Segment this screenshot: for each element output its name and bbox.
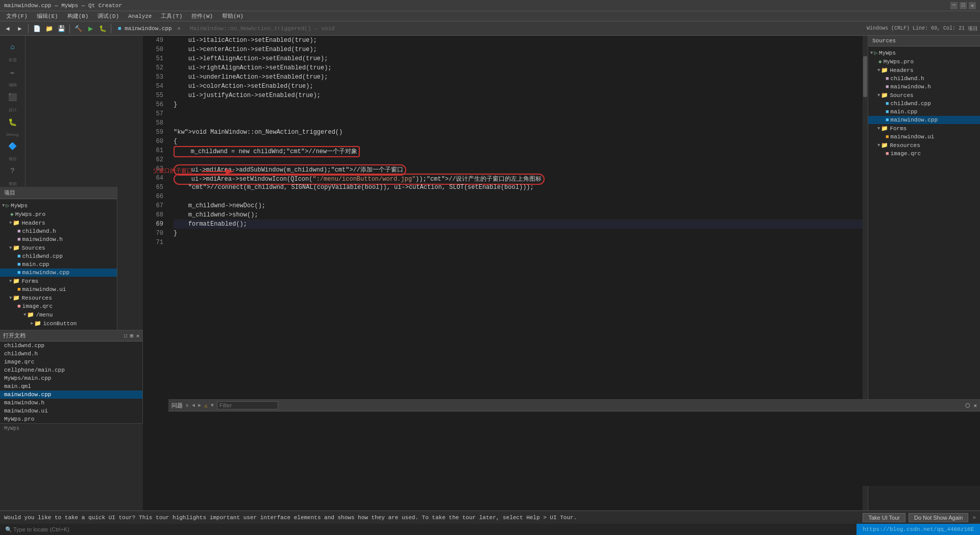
code-line[interactable]: ui->italicAction->setEnabled(true); (174, 36, 863, 45)
issues-filter-icon[interactable]: ▼ (211, 403, 214, 408)
code-line[interactable]: ui->colorAction->setEnabled(true); (174, 82, 863, 91)
code-line[interactable] (174, 192, 863, 201)
tree-item[interactable]: ▼📁Resources (868, 141, 980, 150)
tree-item[interactable]: ■mainwindow.h (0, 235, 117, 244)
new-file-button[interactable]: 📄 (31, 23, 42, 34)
issues-nav-prev[interactable]: ◄ (192, 403, 195, 408)
menu-item-analyze[interactable]: Analyze (124, 12, 156, 20)
menu-item-t[interactable]: 工具(T) (157, 11, 186, 21)
menu-item-e[interactable]: 编辑(E) (33, 11, 62, 21)
code-line[interactable]: ui->underlineAction->setEnabled(true); (174, 72, 863, 82)
open-doc-item[interactable]: childwnd.h (0, 350, 142, 358)
project-icon[interactable]: 🔷 (4, 137, 22, 155)
tree-item[interactable]: ■childwnd.h (868, 75, 980, 83)
tree-item[interactable]: ■childwnd.cpp (0, 252, 117, 260)
tree-item[interactable]: ■main.cpp (868, 108, 980, 116)
open-doc-item[interactable]: image.qrc (0, 358, 142, 366)
status-url[interactable]: https://blog.csdn.net/qq_4466z16E (856, 526, 980, 532)
code-line[interactable] (174, 109, 863, 118)
menu-item-b[interactable]: 构建(B) (63, 11, 93, 21)
menu-item-f[interactable]: 文件(F) (2, 11, 32, 21)
code-line[interactable]: ui->mdiArea->addSubWindow(m_childwnd);"c… (174, 164, 863, 174)
tree-item[interactable]: ▼📁Headers (868, 66, 980, 75)
menu-item-d[interactable]: 调试(D) (93, 11, 123, 21)
file-tab[interactable]: ■ mainwindow.cpp ✕ (114, 24, 185, 33)
scrollbar-thumb[interactable] (863, 56, 867, 97)
tree-item[interactable]: ▼📁/menu (0, 310, 117, 319)
code-line[interactable]: } (174, 229, 863, 238)
tree-item[interactable]: ▼📁Sources (0, 244, 117, 252)
save-button[interactable]: 💾 (56, 23, 67, 34)
tree-item[interactable]: ▼📁Headers (0, 218, 117, 227)
open-doc-item[interactable]: cellphone/main.cpp (0, 366, 142, 374)
code-line[interactable]: m_childwnd->newDoc(); (174, 201, 863, 210)
tree-item[interactable]: ▼📁Resources (0, 294, 117, 302)
open-doc-item[interactable]: main.qml (0, 382, 142, 391)
issues-filter-input[interactable] (217, 401, 278, 409)
tree-item[interactable]: ■image.qrc (868, 150, 980, 158)
code-line[interactable]: } (174, 100, 863, 109)
open-doc-item[interactable]: mainwindow.ui (0, 407, 142, 415)
locate-input[interactable] (13, 526, 85, 532)
tree-item[interactable]: ■mainwindow.cpp (0, 269, 117, 277)
code-line[interactable]: { (174, 137, 863, 146)
back-button[interactable]: ◄ (2, 23, 13, 34)
run-button[interactable]: ▶ (85, 23, 96, 34)
close-tab-icon[interactable]: ✕ (177, 26, 181, 32)
tree-item[interactable]: ▼▷MyWps (0, 201, 117, 210)
code-line[interactable]: ui->rightAlignAction->setEnabled(true); (174, 63, 863, 72)
tree-item[interactable]: ■main.cpp (0, 260, 117, 269)
take-tour-button[interactable]: Take UI Tour (863, 513, 905, 522)
tree-item[interactable]: ■mainwindow.cpp (868, 116, 980, 124)
open-doc-item[interactable]: mainwindow.cpp (0, 391, 142, 399)
code-line[interactable]: m_childwnd->show(); (174, 210, 863, 220)
tree-item[interactable]: ▼▷MyWps (868, 48, 980, 57)
tree-item[interactable]: ■image.qrc (0, 302, 117, 310)
code-line[interactable] (174, 118, 863, 128)
tree-item[interactable]: ▼📁Sources (868, 91, 980, 100)
tree-item[interactable]: ▼📁Forms (868, 124, 980, 133)
build-button[interactable]: 🔨 (72, 23, 84, 34)
tree-item[interactable]: ◈MyWps.pro (0, 210, 117, 218)
issues-expand-icon[interactable]: ⬡ (965, 402, 970, 409)
code-line[interactable]: m_childwnd = new childWnd;"cmt">//new一个子… (174, 146, 863, 155)
design-icon[interactable]: ⬛ (4, 88, 22, 106)
open-file-button[interactable]: 📁 (43, 23, 55, 34)
menu-item-h[interactable]: 帮助(H) (218, 11, 248, 21)
code-line[interactable]: ui->leftAlignAction->setEnabled(true); (174, 54, 863, 63)
debug-icon[interactable]: 🐛 (4, 113, 22, 131)
dont-show-again-button[interactable]: Do Not Show Again (909, 513, 968, 522)
tree-item[interactable]: ■mainwindow.ui (0, 285, 117, 294)
code-line[interactable]: "kw">void MainWindow::on_NewAction_trigg… (174, 128, 863, 137)
tour-close-icon[interactable]: ✕ (972, 514, 976, 521)
tree-item[interactable]: ■mainwindow.h (868, 83, 980, 91)
open-doc-item[interactable]: mainwindow.h (0, 399, 142, 407)
open-doc-item[interactable]: MyWps/main.cpp (0, 374, 142, 382)
tree-item[interactable]: ►📁iconButton (0, 319, 117, 328)
restore-button[interactable]: □ (960, 2, 967, 9)
tree-item[interactable]: ◈MyWps.pro (868, 57, 980, 66)
edit-icon[interactable]: ✏ (4, 63, 22, 81)
issues-nav-next[interactable]: ► (198, 403, 201, 408)
issues-sort-icon[interactable]: ⇅ (186, 402, 189, 408)
minimize-button[interactable]: ─ (950, 2, 958, 9)
issues-close-icon[interactable]: ✕ (973, 402, 977, 409)
tree-item[interactable]: ▼📁Forms (0, 277, 117, 285)
analyze-icon[interactable]: ? (4, 162, 22, 180)
code-line[interactable]: ui->centerAction->setEnabled(true); (174, 45, 863, 54)
tree-item[interactable]: ■mainwindow.ui (868, 133, 980, 141)
tree-item[interactable]: ■childwnd.cpp (868, 100, 980, 108)
open-doc-item[interactable]: MyWps.pro (0, 415, 142, 423)
open-doc-item[interactable]: childwnd.cpp (0, 342, 142, 350)
forward-button[interactable]: ► (14, 23, 26, 34)
tree-item[interactable]: ■childwnd.h (0, 227, 117, 235)
welcome-icon[interactable]: ⌂ (4, 38, 22, 56)
code-line[interactable] (174, 238, 863, 247)
debug-button[interactable]: 🐛 (97, 23, 108, 34)
code-line[interactable]: "cmt">//connect(m_childwnd, SIGNAL(copyV… (174, 183, 863, 192)
code-line[interactable]: ui->mdiArea->setWindowIcon(QIcon(":/menu… (174, 174, 863, 183)
close-button[interactable]: ✕ (969, 2, 976, 9)
code-line[interactable]: ui->justifyAction->setEnabled(true); (174, 91, 863, 100)
menu-item-w[interactable]: 控件(W) (187, 11, 217, 21)
code-line[interactable]: formatEnabled(); (174, 220, 863, 229)
